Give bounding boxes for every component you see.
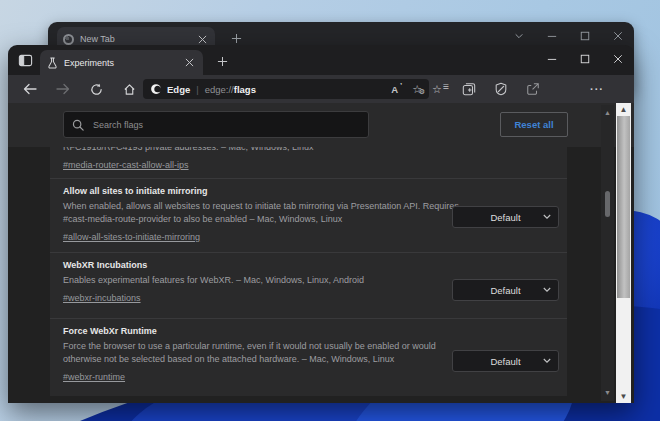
flask-icon bbox=[47, 57, 58, 69]
share-icon[interactable] bbox=[525, 81, 541, 97]
home-icon[interactable] bbox=[121, 81, 137, 97]
search-input[interactable] bbox=[91, 119, 360, 131]
flag-permalink[interactable]: #webxr-runtime bbox=[63, 372, 125, 382]
flag-permalink[interactable]: #media-router-cast-allow-all-ips bbox=[63, 160, 189, 170]
flag-row-force-webxr-runtime: Force WebXr Runtime Force the browser to… bbox=[50, 318, 567, 395]
flags-page: Reset all RFC1918/RFC4193 private addres… bbox=[8, 103, 634, 403]
add-favorite-icon[interactable]: ☆⚙ bbox=[412, 84, 422, 95]
inner-scrollbar-thumb[interactable] bbox=[605, 191, 610, 217]
flag-value-dropdown[interactable]: Default bbox=[452, 279, 559, 301]
edge-logo-icon bbox=[150, 83, 162, 95]
search-box[interactable] bbox=[63, 111, 369, 138]
document-scrollbar-thumb[interactable] bbox=[617, 116, 630, 298]
flag-value-dropdown[interactable]: Default bbox=[452, 206, 559, 228]
flag-title: Allow all sites to initiate mirroring bbox=[63, 186, 555, 196]
flag-description: Force the browser to use a particular ru… bbox=[63, 340, 461, 366]
chevron-down-icon bbox=[543, 214, 551, 220]
dropdown-value: Default bbox=[490, 212, 520, 223]
browser-window: Experiments bbox=[8, 45, 634, 403]
scroll-up-icon[interactable]: ▲ bbox=[601, 108, 614, 118]
flag-value-dropdown[interactable]: Default bbox=[452, 350, 559, 372]
dropdown-value: Default bbox=[490, 285, 520, 296]
inner-scrollbar[interactable]: ▲ ▼ bbox=[601, 105, 614, 401]
scroll-down-icon[interactable]: ▼ bbox=[616, 390, 631, 403]
flag-row-allow-mirroring: Allow all sites to initiate mirroring Wh… bbox=[50, 178, 567, 252]
flag-description: Enables experimental features for WebXR.… bbox=[63, 274, 461, 287]
flag-permalink[interactable]: #webxr-incubations bbox=[63, 293, 141, 303]
site-name: Edge bbox=[167, 84, 190, 95]
minimize-button[interactable] bbox=[544, 28, 560, 44]
new-tab-favicon-icon bbox=[63, 34, 74, 45]
close-window-button[interactable] bbox=[610, 28, 626, 44]
flag-description: When enabled, allows all websites to req… bbox=[63, 200, 461, 226]
tab-experiments[interactable]: Experiments bbox=[40, 50, 203, 75]
flag-row-media-router: RFC1918/RFC4193 private addresses. – Mac… bbox=[50, 147, 567, 178]
new-tab-button[interactable] bbox=[214, 53, 230, 69]
refresh-icon[interactable] bbox=[88, 81, 104, 97]
settings-menu-icon[interactable]: ··· bbox=[585, 81, 609, 97]
background-tab-title: New Tab bbox=[80, 34, 196, 44]
document-scrollbar[interactable]: ▲ ▼ bbox=[616, 103, 631, 403]
maximize-button[interactable] bbox=[577, 51, 593, 67]
tab-title: Experiments bbox=[64, 58, 183, 68]
flags-list: RFC1918/RFC4193 private addresses. – Mac… bbox=[50, 147, 567, 396]
gear-icon: ⚙ bbox=[419, 86, 425, 97]
close-tab-icon[interactable] bbox=[183, 56, 196, 69]
url-separator: | bbox=[196, 84, 198, 95]
tab-strip: Experiments bbox=[8, 45, 634, 75]
url-page: flags bbox=[234, 84, 256, 95]
desktop: New Tab bbox=[0, 0, 660, 421]
close-window-button[interactable] bbox=[610, 51, 626, 67]
url-scheme: edge:// bbox=[205, 84, 234, 95]
scroll-up-icon[interactable]: ▲ bbox=[616, 103, 631, 116]
collections-icon[interactable] bbox=[461, 81, 477, 97]
list-lines-icon: ☰ bbox=[443, 81, 449, 92]
scroll-down-icon[interactable]: ▼ bbox=[601, 388, 614, 398]
flag-row-webxr-incubations: WebXR Incubations Enables experimental f… bbox=[50, 252, 567, 318]
new-tab-button[interactable] bbox=[228, 30, 244, 46]
flag-title: WebXR Incubations bbox=[63, 260, 555, 270]
back-icon[interactable] bbox=[22, 81, 38, 97]
read-aloud-icon[interactable]: A bbox=[391, 84, 398, 95]
maximize-button[interactable] bbox=[577, 28, 593, 44]
flag-description: RFC1918/RFC4193 private addresses. – Mac… bbox=[63, 147, 461, 154]
dropdown-value: Default bbox=[490, 356, 520, 367]
chevron-down-icon bbox=[543, 358, 551, 364]
favorites-hub-icon[interactable]: ☆☰ bbox=[429, 81, 445, 97]
search-icon bbox=[72, 119, 84, 131]
close-tab-icon[interactable] bbox=[196, 33, 209, 46]
forward-icon[interactable] bbox=[55, 81, 71, 97]
flag-title: Force WebXr Runtime bbox=[63, 326, 555, 336]
flag-permalink[interactable]: #allow-all-sites-to-initiate-mirroring bbox=[63, 232, 200, 242]
chevron-down-icon[interactable] bbox=[511, 28, 527, 44]
reset-all-button[interactable]: Reset all bbox=[500, 112, 568, 137]
browser-toolbar: Edge | edge:// flags A ☆⚙ ☆☰ ··· bbox=[8, 75, 634, 103]
shield-pen-icon[interactable] bbox=[493, 81, 509, 97]
tab-actions-menu-icon[interactable] bbox=[17, 52, 34, 69]
search-band: Reset all bbox=[8, 103, 634, 147]
minimize-button[interactable] bbox=[544, 51, 560, 67]
address-bar[interactable]: Edge | edge:// flags A ☆⚙ bbox=[143, 79, 429, 99]
chevron-down-icon bbox=[543, 287, 551, 293]
